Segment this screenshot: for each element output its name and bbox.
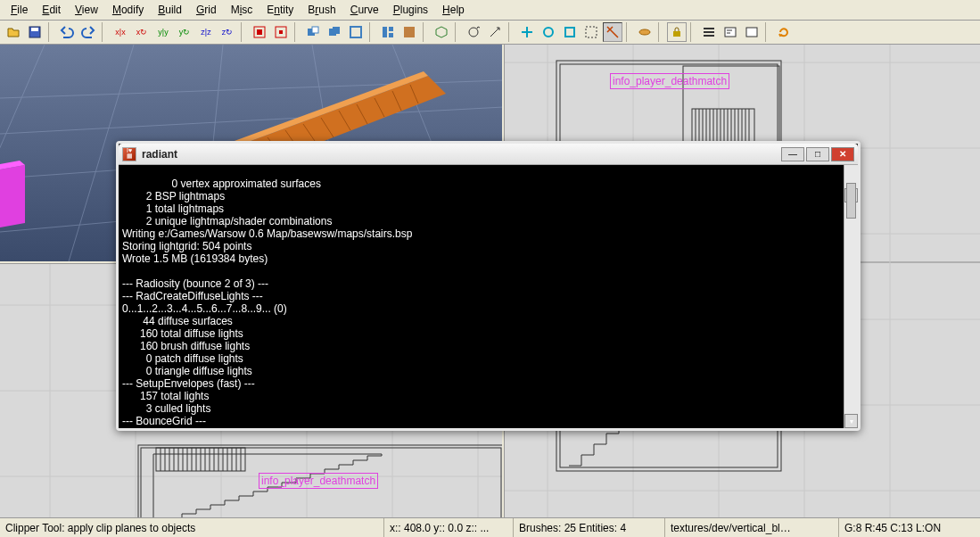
svg-rect-23 [704,35,714,37]
svg-rect-7 [312,27,318,33]
svg-rect-5 [279,30,283,34]
svg-point-16 [544,28,553,37]
svg-rect-14 [404,27,415,37]
open-icon[interactable] [4,22,23,42]
hollow-icon[interactable] [346,22,366,42]
csg-subtract-icon[interactable] [303,22,323,42]
texture-lock-icon[interactable] [667,22,687,42]
svg-rect-13 [389,33,393,37]
svg-rect-22 [704,31,714,33]
rotate-icon[interactable] [464,22,483,42]
flip-x-icon[interactable]: x|x [111,22,130,42]
flip-z-icon[interactable]: z|z [196,22,216,42]
menu-file[interactable]: File [4,2,35,18]
menu-modify[interactable]: Modify [105,2,151,18]
find-icon[interactable] [742,22,762,42]
view-change-icon[interactable] [378,22,398,42]
rotate-z-icon[interactable]: z↻ [218,22,237,42]
menu-curve[interactable]: Curve [343,2,386,18]
texture-view-icon[interactable] [399,22,419,42]
svg-rect-3 [257,29,262,35]
move-icon[interactable] [517,22,537,42]
undo-icon[interactable] [57,22,77,42]
csg-merge-icon[interactable] [325,22,344,42]
svg-point-15 [469,28,478,37]
console-title: radiant [142,148,779,161]
svg-marker-37 [0,165,25,227]
svg-rect-24 [725,28,736,37]
refresh-icon[interactable] [774,22,794,42]
entity-info-player-deathmatch-top[interactable]: info_player_deathmatch [610,73,729,89]
radiant-icon: I♥▦ [122,147,136,161]
entity-list-icon[interactable] [699,22,719,42]
scroll-thumb[interactable] [846,183,856,219]
svg-rect-21 [704,28,714,29]
save-icon[interactable] [25,22,45,42]
menu-help[interactable]: Help [435,2,472,18]
scale-icon[interactable] [485,22,505,42]
status-tool: Clipper Tool: apply clip planes to objec… [0,518,383,537]
console-titlebar[interactable]: I♥▦ radiant — □ ✕ [119,144,858,165]
flip-y-icon[interactable]: y|y [153,22,173,42]
status-texture: textures/dev/vertical_bl… [664,518,838,537]
redo-icon[interactable] [78,22,98,42]
resize-icon[interactable] [581,22,601,42]
minimize-button[interactable]: — [781,147,804,161]
scroll-down-icon[interactable]: ▾ [844,414,858,428]
menu-build[interactable]: Build [151,2,189,18]
filter-icon[interactable] [635,22,655,42]
svg-point-19 [639,29,650,35]
rotate-tool-icon[interactable] [539,22,558,42]
status-coords: x:: 408.0 y:: 0.0 z:: ... [383,518,513,537]
status-grid: G:8 R:45 C:13 L:ON [838,518,980,537]
svg-rect-1 [31,28,38,31]
cubic-clip-icon[interactable] [432,22,451,42]
menu-bar: File Edit View Modify Build Grid Misc En… [0,0,980,21]
entity-info-player-deathmatch-side[interactable]: info_player_deathmatch [259,473,378,489]
select-inside-icon[interactable] [271,22,291,42]
console-icon[interactable] [721,22,740,42]
menu-edit[interactable]: Edit [35,2,68,18]
menu-entity[interactable]: Entity [259,2,301,18]
svg-rect-18 [586,27,597,37]
status-bar: Clipper Tool: apply clip planes to objec… [0,517,980,537]
console-output[interactable]: 0 vertex approximated surfaces 2 BSP lig… [119,165,858,428]
svg-rect-9 [333,27,340,34]
toolbar: x|x x↻ y|y y↻ z|z z↻ [0,21,980,45]
maximize-button[interactable]: □ [806,147,829,161]
menu-misc[interactable]: Misc [224,2,260,18]
menu-view[interactable]: View [68,2,105,18]
close-button[interactable]: ✕ [831,147,854,161]
svg-rect-17 [565,28,574,37]
rotate-y-icon[interactable]: y↻ [175,22,194,42]
svg-rect-11 [383,27,387,37]
menu-plugins[interactable]: Plugins [386,2,435,18]
select-touching-icon[interactable] [250,22,269,42]
status-counts: Brushes: 25 Entities: 4 [513,518,664,537]
console-window[interactable]: I♥▦ radiant — □ ✕ 0 vertex approximated … [116,141,861,431]
scale-tool-icon[interactable] [560,22,580,42]
svg-rect-10 [350,27,361,37]
menu-grid[interactable]: Grid [189,2,224,18]
menu-brush[interactable]: Brush [301,2,342,18]
svg-rect-12 [389,27,393,31]
svg-rect-25 [746,28,757,37]
console-scrollbar[interactable]: ▴ ▾ [844,165,858,428]
clipper-icon[interactable] [603,22,622,42]
rotate-x-icon[interactable]: x↻ [132,22,152,42]
svg-rect-20 [673,31,680,37]
